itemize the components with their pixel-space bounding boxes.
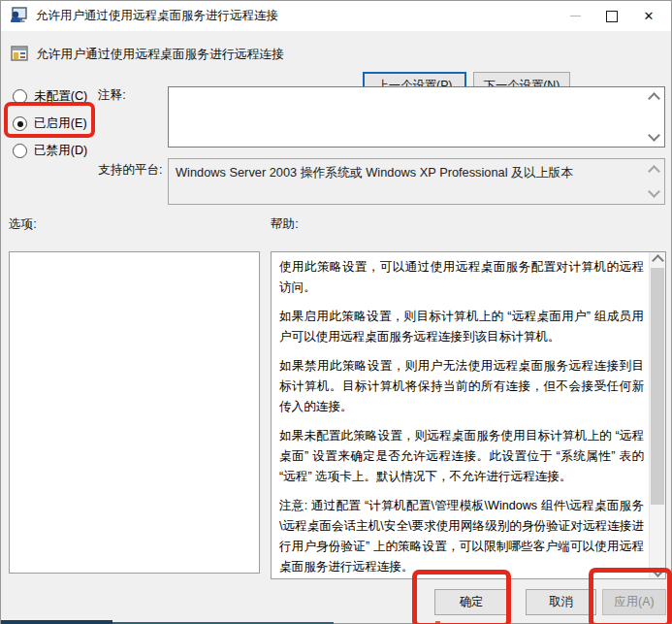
help-paragraph: 如果禁用此策略设置，则用户无法使用远程桌面服务远程连接到目标计算机。目标计算机将… bbox=[279, 356, 644, 417]
window-title: 允许用户通过使用远程桌面服务进行远程连接 bbox=[36, 1, 278, 31]
policy-setting-icon bbox=[11, 45, 28, 62]
scroll-down-icon bbox=[648, 185, 660, 198]
titlebar: 允许用户通过使用远程桌面服务进行远程连接 ✕ bbox=[1, 1, 671, 31]
help-panel: 使用此策略设置，可以通过使用远程桌面服务配置对计算机的远程访问。 如果启用此策略… bbox=[271, 251, 666, 579]
minimize-icon bbox=[570, 16, 581, 16]
setting-name: 允许用户通过使用远程桌面服务进行远程连接 bbox=[36, 31, 284, 78]
supported-on-textbox: Windows Server 2003 操作系统或 Windows XP Pro… bbox=[168, 158, 665, 205]
supported-on-value: Windows Server 2003 操作系统或 Windows XP Pro… bbox=[176, 165, 573, 180]
radio-label: 未配置(C) bbox=[34, 88, 87, 105]
radio-label: 已禁用(D) bbox=[34, 143, 87, 159]
scroll-down-button[interactable] bbox=[650, 563, 665, 578]
close-button[interactable]: ✕ bbox=[630, 1, 667, 31]
ok-button[interactable]: 确定 bbox=[434, 589, 508, 615]
help-paragraph: 如果未配置此策略设置，则远程桌面服务使用目标计算机上的 “远程桌面” 设置来确定… bbox=[279, 426, 644, 487]
supported-on-label: 支持的平台: bbox=[98, 162, 162, 179]
cancel-button[interactable]: 取消 bbox=[526, 589, 596, 615]
minimize-button[interactable] bbox=[557, 1, 593, 31]
remote-desktop-user-icon bbox=[10, 7, 28, 25]
radio-circle bbox=[13, 89, 27, 104]
apply-button: 应用(A) bbox=[602, 589, 666, 615]
radio-disabled[interactable]: 已禁用(D) bbox=[13, 143, 87, 159]
background-window-edge bbox=[1, 620, 112, 624]
comment-input[interactable] bbox=[169, 87, 664, 147]
maximize-icon bbox=[606, 11, 618, 22]
options-label: 选项: bbox=[9, 216, 37, 233]
help-text: 使用此策略设置，可以通过使用远程桌面服务配置对计算机的远程访问。 如果启用此策略… bbox=[272, 252, 649, 578]
setting-header: 允许用户通过使用远程桌面服务进行远程连接 上一个设置(P) 下一个设置(N) bbox=[1, 31, 671, 78]
help-paragraph: 如果启用此策略设置，则目标计算机上的 “远程桌面用户” 组成员用户可以使用远程桌… bbox=[279, 307, 644, 347]
radio-label: 已启用(E) bbox=[34, 115, 87, 132]
scroll-up-button[interactable] bbox=[650, 252, 665, 268]
radio-circle bbox=[13, 144, 27, 158]
help-paragraph: 注意: 通过配置 “计算机配置\管理模板\Windows 组件\远程桌面服务\远… bbox=[279, 496, 644, 577]
help-paragraph: 使用此策略设置，可以通过使用远程桌面服务配置对计算机的远程访问。 bbox=[279, 257, 644, 298]
radio-circle bbox=[13, 116, 27, 131]
scroll-up-icon bbox=[648, 165, 660, 178]
window-controls: ✕ bbox=[557, 1, 667, 31]
comment-textbox[interactable] bbox=[168, 86, 665, 148]
radio-enabled[interactable]: 已启用(E) bbox=[13, 115, 87, 132]
help-scrollbar[interactable] bbox=[649, 252, 665, 578]
scrollbar-thumb[interactable] bbox=[651, 268, 664, 505]
options-panel bbox=[9, 251, 260, 574]
help-label: 帮助: bbox=[271, 216, 299, 233]
policy-setting-dialog: 允许用户通过使用远程桌面服务进行远程连接 ✕ 允许用户通过使用远程桌面服务进行远… bbox=[0, 0, 672, 624]
comment-label: 注释: bbox=[98, 87, 126, 104]
radio-not-configured[interactable]: 未配置(C) bbox=[13, 88, 87, 105]
maximize-button[interactable] bbox=[593, 1, 630, 31]
